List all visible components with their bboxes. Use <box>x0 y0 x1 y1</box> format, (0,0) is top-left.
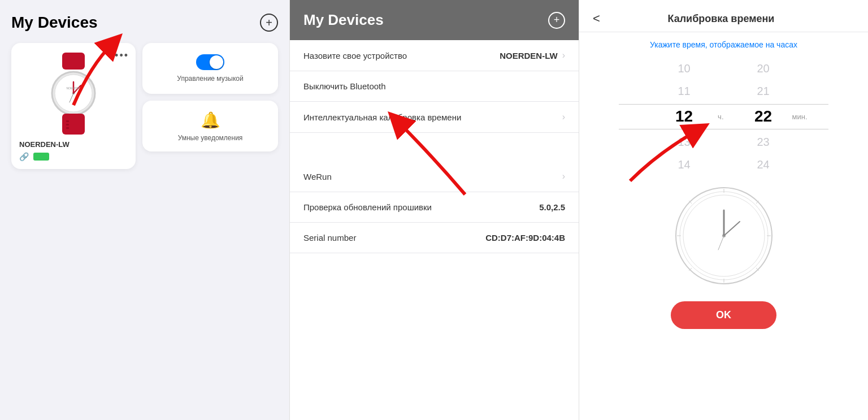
menu-label-serial: Serial number <box>303 233 356 243</box>
devices-grid: ••• NOERDEN <box>11 43 278 169</box>
svg-text:NOERDEN: NOERDEN <box>66 86 80 90</box>
chevron-icon-3: › <box>562 171 565 181</box>
menu-item-werun[interactable]: WeRun › <box>290 161 579 192</box>
hour-unit-label: ч. <box>718 112 723 121</box>
feature-card-notifications[interactable]: 🔔 Умные уведомления <box>142 101 278 151</box>
panel2-header: My Devices + <box>290 0 579 40</box>
watch-image: NOERDEN <box>19 51 128 136</box>
time-calibration-subtitle: Укажите время, отображаемое на часах <box>579 32 868 57</box>
menu-item-calibration[interactable]: Интеллектуальная калибровка времени › <box>290 102 579 133</box>
selection-line-bottom <box>619 129 828 129</box>
menu-label-bluetooth: Выключить Bluetooth <box>303 81 386 91</box>
panel-2: My Devices + Назовите свое устройство NO… <box>290 0 579 420</box>
hours-column[interactable]: 10 11 12 13 14 ч. <box>662 57 707 176</box>
svg-rect-10 <box>66 124 69 125</box>
minute-22-selected: 22 <box>754 102 772 131</box>
hour-12-selected: 12 <box>675 102 693 131</box>
menu-value-serial: CD:D7:AF:9D:04:4B <box>485 233 565 243</box>
panel3-title: Калибровка времени <box>609 13 833 25</box>
hour-13: 13 <box>678 131 690 153</box>
hour-14: 14 <box>678 153 690 176</box>
chevron-icon-2: › <box>562 112 565 122</box>
menu-item-serial[interactable]: Serial number CD:D7:AF:9D:04:4B <box>290 223 579 253</box>
menu-label-firmware: Проверка обновлений прошивки <box>303 202 432 212</box>
minutes-column[interactable]: 20 21 22 23 24 мин. <box>741 57 786 176</box>
link-icon: 🔗 <box>19 152 29 161</box>
menu-label-calibration: Интеллектуальная калибровка времени <box>303 112 461 122</box>
menu-value-firmware: 5.0,2.5 <box>539 202 565 212</box>
clock-svg <box>673 185 775 287</box>
chevron-icon-0: › <box>562 50 565 60</box>
menu-value-row-0: NOERDEN-LW › <box>500 50 565 60</box>
menu-label-werun: WeRun <box>303 172 332 181</box>
selection-line-top <box>619 104 828 105</box>
time-picker: 10 11 12 13 14 ч. 20 21 22 23 24 мин. <box>579 57 868 176</box>
menu-item-device-name[interactable]: Назовите свое устройство NOERDEN-LW › <box>290 40 579 71</box>
music-label: Управление музыкой <box>177 75 243 83</box>
svg-rect-11 <box>66 127 69 129</box>
feature-card-music[interactable]: Управление музыкой <box>142 43 278 94</box>
minute-21: 21 <box>757 80 769 102</box>
panel2-add-button[interactable]: + <box>548 12 565 29</box>
panel2-title: My Devices <box>303 11 384 29</box>
device-status: 🔗 <box>19 152 128 161</box>
hour-10: 10 <box>678 57 690 80</box>
hour-11: 11 <box>678 80 690 102</box>
minute-20: 20 <box>757 57 769 80</box>
notifications-label: Умные уведомления <box>178 134 243 142</box>
add-device-button[interactable]: + <box>260 14 278 32</box>
menu-item-firmware[interactable]: Проверка обновлений прошивки 5.0,2.5 <box>290 192 579 223</box>
minute-unit-label: мин. <box>792 112 808 121</box>
minute-24: 24 <box>757 153 769 176</box>
panel-3: < Калибровка времени Укажите время, отоб… <box>579 0 868 420</box>
svg-rect-8 <box>62 114 85 135</box>
menu-label-device-name: Назовите свое устройство <box>303 51 407 60</box>
panel1-title: My Devices <box>11 14 98 32</box>
panel3-header: < Калибровка времени <box>579 0 868 32</box>
panel1-header: My Devices + <box>11 14 278 32</box>
menu-value-device-name: NOERDEN-LW <box>500 51 558 60</box>
music-toggle[interactable] <box>196 54 224 70</box>
device-card-main[interactable]: ••• NOERDEN <box>11 43 136 169</box>
watch-svg: NOERDEN <box>42 53 105 135</box>
device-name: NOERDEN-LW <box>19 140 128 149</box>
svg-rect-0 <box>62 53 85 70</box>
bell-icon: 🔔 <box>201 111 220 129</box>
menu-item-bluetooth[interactable]: Выключить Bluetooth <box>290 71 579 102</box>
panel-1: My Devices + ••• <box>0 0 289 420</box>
feature-cards: Управление музыкой 🔔 Умные уведомления <box>142 43 278 169</box>
dots-menu-button[interactable]: ••• <box>115 50 129 62</box>
menu-list: Назовите свое устройство NOERDEN-LW › Вы… <box>290 40 579 420</box>
analog-clock <box>673 185 775 287</box>
ok-button[interactable]: OK <box>671 301 776 329</box>
minute-23: 23 <box>757 131 769 153</box>
svg-rect-9 <box>66 120 69 122</box>
back-button[interactable]: < <box>593 11 600 26</box>
battery-indicator <box>33 153 49 161</box>
